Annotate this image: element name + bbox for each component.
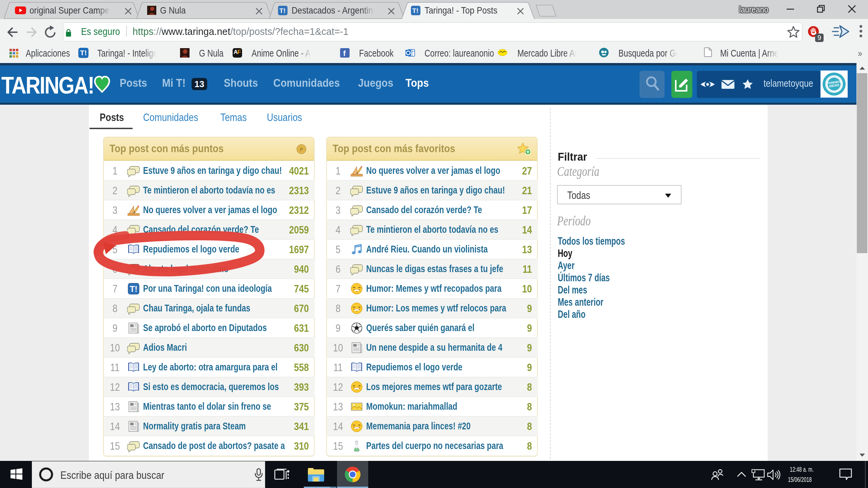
svg-text:P: P: [300, 147, 303, 152]
svg-text:9: 9: [817, 34, 821, 41]
svg-text:T!: T!: [412, 7, 418, 14]
svg-text:T!: T!: [279, 7, 285, 14]
svg-text:T!: T!: [130, 284, 138, 293]
